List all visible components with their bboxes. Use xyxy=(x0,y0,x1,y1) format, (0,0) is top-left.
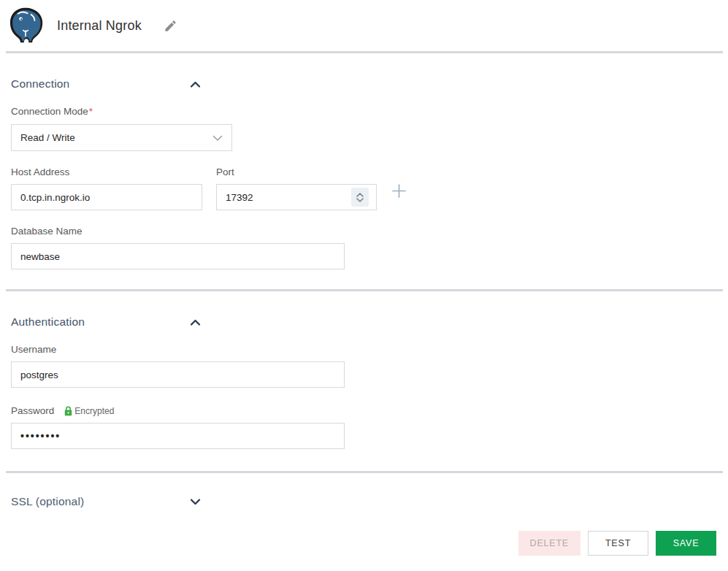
save-button[interactable]: SAVE xyxy=(656,531,716,556)
required-asterisk: * xyxy=(89,106,93,117)
port-stepper[interactable] xyxy=(351,188,369,207)
database-name-input[interactable] xyxy=(11,243,345,269)
section-divider xyxy=(6,471,723,473)
footer-actions: DELETE TEST SAVE xyxy=(0,531,728,556)
connection-mode-value: Read / Write xyxy=(20,132,75,143)
encrypted-badge-text: Encrypted xyxy=(74,406,114,416)
section-divider xyxy=(6,289,723,291)
host-address-input[interactable] xyxy=(11,184,202,210)
test-button[interactable]: TEST xyxy=(588,531,648,556)
pencil-icon[interactable] xyxy=(162,18,179,34)
connection-title: Internal Ngrok xyxy=(57,18,142,34)
connection-mode-label: Connection Mode* xyxy=(11,106,728,117)
password-input[interactable] xyxy=(11,423,345,449)
username-input[interactable] xyxy=(11,361,345,388)
username-label: Username xyxy=(11,344,728,355)
password-label-row: Password Encrypted xyxy=(11,405,728,416)
plus-icon xyxy=(391,183,407,199)
connection-section-title: Connection xyxy=(11,77,69,91)
header: Internal Ngrok xyxy=(0,0,728,51)
host-address-label: Host Address xyxy=(11,166,202,177)
connection-mode-select[interactable]: Read / Write xyxy=(11,124,232,151)
authentication-section-title: Authentication xyxy=(11,315,85,329)
stepper-down-icon xyxy=(356,198,364,202)
add-host-button[interactable] xyxy=(391,183,407,199)
chevron-down-icon xyxy=(212,131,223,145)
connection-section-header[interactable]: Connection xyxy=(11,77,202,91)
ssl-section-title: SSL (optional) xyxy=(11,495,84,508)
chevron-down-icon[interactable] xyxy=(188,497,202,507)
chevron-up-icon[interactable] xyxy=(188,317,202,328)
postgresql-logo-icon xyxy=(6,6,45,45)
lock-icon xyxy=(64,406,72,416)
password-label: Password xyxy=(11,405,54,416)
delete-button[interactable]: DELETE xyxy=(518,531,581,556)
authentication-section-header[interactable]: Authentication xyxy=(11,315,202,329)
ssl-section-header[interactable]: SSL (optional) xyxy=(11,495,202,508)
encrypted-badge: Encrypted xyxy=(64,406,114,416)
stepper-up-icon xyxy=(356,193,364,197)
database-name-label: Database Name xyxy=(11,226,728,237)
header-divider xyxy=(6,51,723,53)
port-label: Port xyxy=(216,166,377,177)
chevron-up-icon[interactable] xyxy=(188,79,202,90)
